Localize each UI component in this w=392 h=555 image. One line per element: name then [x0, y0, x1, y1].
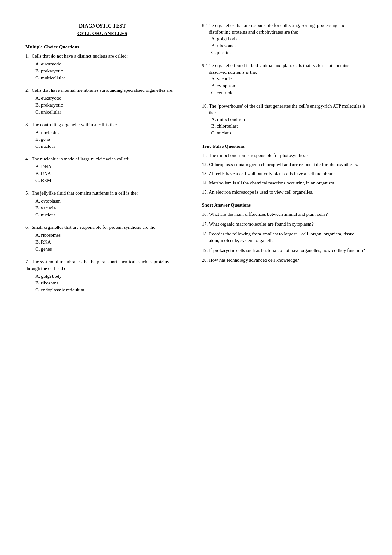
question-8: 8. The organelles that are responsible f…: [202, 22, 367, 56]
tf14-num: 14.: [202, 180, 208, 185]
question-6: 6.Small organelles that are responsible …: [25, 224, 179, 253]
q3-num: 3.: [25, 122, 32, 128]
tf13-num: 13.: [202, 171, 208, 176]
q2-optB: B. prokaryotic: [35, 102, 179, 109]
q8-text: 8. The organelles that are responsible f…: [202, 22, 367, 35]
q5-options: A. cytoplasm B. vacuole C. nucleus: [25, 198, 179, 218]
sa-item-18: 18. Reorder the following from smallest …: [202, 231, 367, 244]
tf12-text: Chloroplasts contain green chlorophyll a…: [209, 162, 358, 167]
q8-optB: B. ribosomes: [211, 42, 367, 49]
question-6-text: 6.Small organelles that are responsible …: [25, 224, 179, 231]
q7-options: A. golgi body B. ribosome C. endoplasmic…: [25, 273, 179, 294]
question-3-text: 3.The controlling organelle within a cel…: [25, 122, 179, 128]
sa18-text: Reorder the following from smallest to l…: [209, 231, 355, 243]
multiple-choice-heading: Multiple Choice Questions: [25, 44, 179, 50]
true-false-list: 11. The mitochondrion is responsible for…: [202, 152, 367, 196]
true-false-section: True-False Questions 11. The mitochondri…: [202, 144, 367, 196]
q4-optB: B. RNA: [35, 171, 179, 178]
tf15-num: 15.: [202, 190, 208, 195]
sa19-text: If prokaryotic cells such as bacteria do…: [209, 248, 365, 253]
q7-body: The system of membranes that help transp…: [25, 259, 169, 271]
left-column: DIAGNOSTIC TEST CELL ORGANELLES Multiple…: [25, 22, 189, 533]
q4-body: The nucleolus is made of large nucleic a…: [32, 156, 130, 161]
question-2: 2.Cells that have internal membranes sur…: [25, 87, 179, 115]
question-10: 10. The ‘powerhouse’ of the cell that ge…: [202, 103, 367, 137]
tf-item-11: 11. The mitochondrion is responsible for…: [202, 152, 367, 159]
q6-optB: B. RNA: [35, 239, 179, 246]
sa19-num: 19.: [202, 248, 208, 253]
tf11-num: 11.: [202, 153, 207, 158]
tf-item-15: 15. An electron microscope is used to vi…: [202, 189, 367, 196]
q1-num: 1.: [25, 53, 32, 59]
question-3: 3.The controlling organelle within a cel…: [25, 122, 179, 150]
q10-options: A. mitochondrion B. chloroplast C. nucle…: [202, 116, 367, 137]
question-1: 1.Cells that do not have a distinct nucl…: [25, 53, 179, 81]
q9-optC: C. centriole: [211, 90, 367, 97]
question-2-text: 2.Cells that have internal membranes sur…: [25, 87, 179, 94]
q10-num: 10.: [202, 103, 208, 109]
tf-item-12: 12. Chloroplasts contain green chlorophy…: [202, 161, 367, 168]
q4-optA: A. DNA: [35, 164, 179, 171]
question-4: 4.The nucleolus is made of large nucleic…: [25, 156, 179, 184]
tf11-text: The mitochondrion is responsible for pho…: [209, 153, 309, 158]
q10-optC: C. nucleus: [211, 130, 367, 137]
short-answer-section: Short Answer Questions 16. What are the …: [202, 203, 367, 264]
sa-item-16: 16. What are the main differences betwee…: [202, 211, 367, 218]
q1-options: A. eukaryotic B. prokaryotic C. multicel…: [25, 61, 179, 81]
page: DIAGNOSTIC TEST CELL ORGANELLES Multiple…: [0, 0, 392, 555]
q8-num: 8.: [202, 23, 205, 28]
q9-optB: B. cytoplasm: [211, 83, 367, 90]
q3-optC: C. nucleus: [35, 143, 179, 150]
sa-item-17: 17. What organic macromolecules are foun…: [202, 221, 367, 228]
question-5-text: 5.The jellylike fluid that contains nutr…: [25, 190, 179, 196]
question-9: 9. The organelle found in both animal an…: [202, 62, 367, 96]
sa16-text: What are the main differences between an…: [209, 212, 328, 217]
title-line2: CELL ORGANELLES: [25, 30, 179, 37]
q8-optC: C. plastids: [211, 49, 367, 56]
sa-item-20: 20. How has technology advanced cell kno…: [202, 257, 367, 264]
q3-optB: B. gene: [35, 136, 179, 143]
q7-optA: A. golgi body: [35, 273, 179, 280]
q6-options: A. ribosomes B. RNA C. genes: [25, 232, 179, 253]
sa17-num: 17.: [202, 221, 208, 227]
tf14-text: Metabolism is all the chemical reactions…: [209, 180, 335, 185]
q5-optA: A. cytoplasm: [35, 198, 179, 205]
q10-optA: A. mitochondrion: [211, 116, 367, 123]
q2-optC: C. unicellular: [35, 109, 179, 116]
question-1-text: 1.Cells that do not have a distinct nucl…: [25, 53, 179, 59]
q6-num: 6.: [25, 224, 32, 231]
short-answer-list: 16. What are the main differences betwee…: [202, 211, 367, 264]
sa18-num: 18.: [202, 231, 208, 236]
q2-body: Cells that have internal membranes surro…: [32, 88, 174, 93]
q9-text: 9. The organelle found in both animal an…: [202, 62, 367, 76]
q10-body: The ‘powerhouse’ of the cell that genera…: [209, 103, 365, 115]
q10-text: 10. The ‘powerhouse’ of the cell that ge…: [202, 103, 367, 116]
q9-num: 9.: [202, 63, 205, 68]
sa17-text: What organic macromolecules are found in…: [209, 221, 314, 227]
q1-optA: A. eukaryotic: [35, 61, 179, 68]
document-title: DIAGNOSTIC TEST CELL ORGANELLES: [25, 22, 179, 37]
q2-options: A. eukaryotic B. prokaryotic C. unicellu…: [25, 95, 179, 115]
q10-optB: B. chloroplast: [211, 123, 367, 130]
tf12-num: 12.: [202, 162, 208, 167]
q9-options: A. vacuole B. cytoplasm C. centriole: [202, 76, 367, 96]
q5-body: The jellylike fluid that contains nutrie…: [32, 190, 138, 196]
q8-options: A. golgi bodies B. ribosomes C. plastids: [202, 35, 367, 56]
q5-optC: C. nucleus: [35, 212, 179, 219]
sa-item-19: 19. If prokaryotic cells such as bacteri…: [202, 247, 367, 254]
q6-optA: A. ribosomes: [35, 232, 179, 239]
short-answer-heading: Short Answer Questions: [202, 203, 367, 208]
q3-optA: A. nucleolus: [35, 129, 179, 136]
q7-optC: C. endoplasmic reticulum: [35, 287, 179, 294]
question-5: 5.The jellylike fluid that contains nutr…: [25, 190, 179, 218]
q6-optC: C. genes: [35, 246, 179, 253]
q2-num: 2.: [25, 87, 32, 94]
q8-optA: A. golgi bodies: [211, 35, 367, 42]
sa20-text: How has technology advanced cell knowled…: [209, 258, 299, 263]
q4-num: 4.: [25, 156, 32, 162]
q6-body: Small organelles that are responsible fo…: [32, 225, 156, 230]
q4-optC: C. REM: [35, 177, 179, 184]
q5-num: 5.: [25, 190, 32, 196]
q9-optA: A. vacuole: [211, 76, 367, 83]
q3-options: A. nucleolus B. gene C. nucleus: [25, 129, 179, 150]
